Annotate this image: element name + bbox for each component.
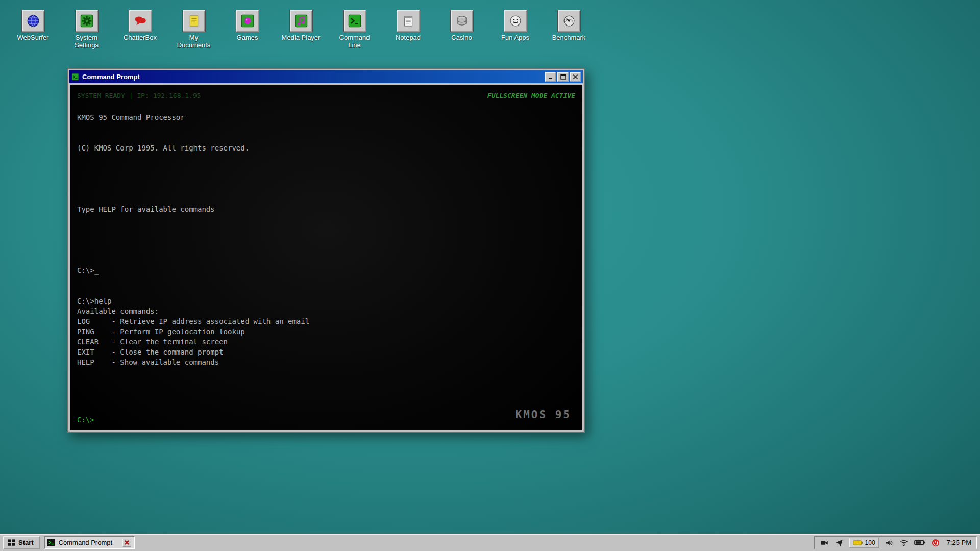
desktop-icon-label: WebSurfer (17, 34, 49, 42)
wifi-icon[interactable] (899, 538, 909, 547)
terminal-icon (71, 73, 79, 81)
battery-level-badge[interactable]: 100 (849, 538, 879, 548)
battery-percent-text: 100 (865, 539, 875, 546)
desktop-icon-benchmark[interactable]: Benchmark (542, 10, 596, 49)
desktop-icon-system-settings[interactable]: System Settings (60, 10, 113, 49)
system-tray: 100 7:25 PM (814, 536, 977, 549)
desktop-icon-label: Games (237, 34, 258, 42)
maximize-button[interactable] (557, 72, 569, 82)
terminal-line: (C) KMOS Corp 1995. All rights reserved. (77, 143, 575, 153)
terminal-blank-line (77, 235, 575, 245)
terminal-line: EXIT - Close the command prompt (77, 347, 575, 357)
desktop-icon-label: Casino (451, 34, 472, 42)
games-icon (236, 10, 259, 32)
terminal-line: C:\>_ (77, 265, 575, 276)
terminal-line: HELP - Show available commands (77, 357, 575, 367)
terminal-blank-line (77, 286, 575, 296)
terminal-blank-line (77, 214, 575, 224)
fullscreen-status-text: FULLSCREEN MODE ACTIVE (487, 91, 575, 101)
desktop-icon-label: Notepad (396, 34, 421, 42)
terminal-screen[interactable]: SYSTEM READY | IP: 192.168.1.95 FULLSCRE… (70, 85, 582, 430)
desktop-icon-media-player[interactable]: Media Player (274, 10, 328, 49)
music-note-icon (290, 10, 312, 32)
volume-icon[interactable] (885, 538, 894, 547)
terminal-blank-line (77, 245, 575, 255)
kmos-watermark: KMOS 95 (515, 410, 571, 420)
terminal-line: PING - Perform IP geolocation lookup (77, 327, 575, 337)
terminal-status-row: SYSTEM READY | IP: 192.168.1.95 FULLSCRE… (77, 91, 575, 101)
desktop-icon-label: Fun Apps (501, 34, 529, 42)
desktop-icon-chatterbox[interactable]: ChatterBox (113, 10, 167, 49)
system-status-text: SYSTEM READY | IP: 192.168.1.95 (77, 91, 201, 101)
minimize-button[interactable] (545, 72, 556, 82)
desktop-icon-my-documents[interactable]: My Documents (167, 10, 220, 49)
terminal-prompt: C:\> (77, 415, 94, 425)
task-close-button[interactable] (122, 539, 131, 547)
chat-icon (129, 10, 152, 32)
window-title: Command Prompt (82, 73, 140, 81)
taskbar: Start Command Prompt 100 7:25 PM (0, 534, 980, 551)
terminal-line: C:\>help (77, 296, 575, 306)
desktop-icon-command-line[interactable]: Command Line (328, 10, 381, 49)
document-icon (183, 10, 205, 32)
desktop-icon-casino[interactable]: Casino (435, 10, 488, 49)
taskbar-task-command-prompt[interactable]: Command Prompt (44, 536, 135, 549)
terminal-blank-line (77, 224, 575, 235)
terminal-blank-line (77, 184, 575, 194)
window-controls (545, 72, 581, 82)
smiley-icon (504, 10, 527, 32)
terminal-line: Available commands: (77, 306, 575, 316)
terminal-blank-line (77, 163, 575, 173)
gauge-icon (558, 10, 580, 32)
command-prompt-window: Command Prompt SYSTEM READY | IP: 192.16… (67, 68, 585, 433)
terminal-icon (47, 539, 55, 546)
terminal-line: KMOS 95 Command Processor (77, 112, 575, 122)
gear-icon (76, 10, 98, 32)
task-label: Command Prompt (59, 539, 112, 546)
desktop-icon-label: System Settings (67, 34, 106, 49)
terminal-blank-line (77, 255, 575, 265)
globe-icon (22, 10, 44, 32)
desktop-icon-label: Media Player (282, 34, 321, 42)
window-titlebar[interactable]: Command Prompt (69, 70, 583, 83)
desktop-icon-fun-apps[interactable]: Fun Apps (488, 10, 542, 49)
terminal-line: CLEAR - Clear the terminal screen (77, 337, 575, 347)
terminal-blank-line (77, 276, 575, 286)
terminal-output: KMOS 95 Command Processor(C) KMOS Corp 1… (77, 112, 575, 367)
start-label: Start (18, 539, 34, 546)
windows-logo-icon (8, 539, 15, 546)
send-icon[interactable] (835, 538, 844, 547)
notepad-icon (397, 10, 420, 32)
terminal-blank-line (77, 133, 575, 143)
battery-yellow-icon (853, 540, 863, 546)
terminal-blank-line (77, 122, 575, 133)
desktop-icon-label: My Documents (175, 34, 213, 49)
taskbar-clock: 7:25 PM (947, 539, 971, 546)
terminal-blank-line (77, 173, 575, 184)
close-button[interactable] (570, 72, 581, 82)
task-item-container: Command Prompt (44, 536, 135, 549)
video-icon[interactable] (820, 538, 829, 547)
desktop-icon-websurfer[interactable]: WebSurfer (6, 10, 60, 49)
desktop-icon-label: ChatterBox (124, 34, 157, 42)
terminal-icon (344, 10, 366, 32)
desktop-icon-row: WebSurferSystem SettingsChatterBoxMy Doc… (6, 10, 596, 49)
battery-icon[interactable] (914, 539, 925, 546)
power-icon[interactable] (931, 538, 940, 547)
desktop-icon-notepad[interactable]: Notepad (381, 10, 435, 49)
desktop-icon-label: Benchmark (552, 34, 586, 42)
terminal-line: Type HELP for available commands (77, 204, 575, 214)
terminal-blank-line (77, 194, 575, 204)
desktop-icon-games[interactable]: Games (220, 10, 274, 49)
desktop-icon-label: Command Line (335, 34, 374, 49)
start-button[interactable]: Start (3, 536, 40, 549)
coins-icon (451, 10, 473, 32)
terminal-line: LOG - Retrieve IP address associated wit… (77, 316, 575, 327)
terminal-blank-line (77, 153, 575, 163)
